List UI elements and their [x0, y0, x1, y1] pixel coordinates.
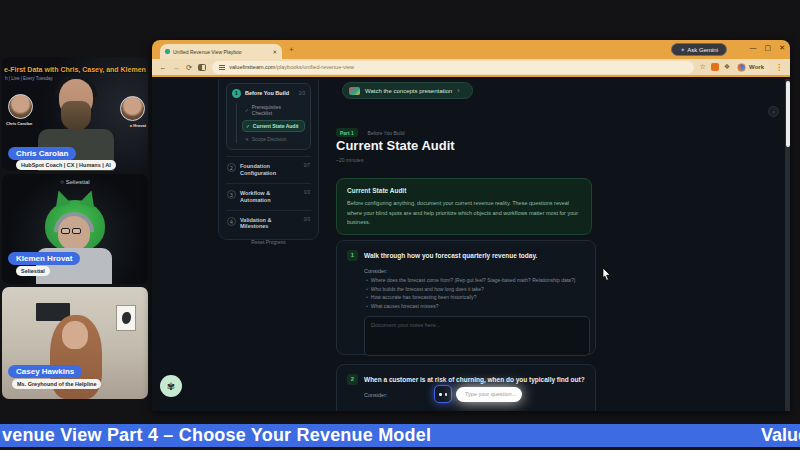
- mouse-cursor: [602, 268, 611, 281]
- ask-gemini-button[interactable]: ✦Ask Gemini: [671, 43, 727, 56]
- profile-chip[interactable]: Work: [735, 61, 770, 74]
- chat-launcher-button[interactable]: ✾: [160, 375, 182, 397]
- breadcrumb-label: Before You Build: [368, 130, 405, 136]
- section-progress: 2/3: [299, 91, 305, 96]
- stepper-section-2[interactable]: 2 Foundation Configuration 0/7: [226, 156, 311, 177]
- stepper-item-scope-decision[interactable]: ✕ Scope Decision: [242, 135, 305, 143]
- speaker-tag-pill: Ms. Greyhound of the Helpline: [12, 379, 101, 389]
- reload-button[interactable]: ⟳: [186, 63, 192, 72]
- wall-frame: [116, 305, 136, 331]
- reset-progress-button[interactable]: Reset Progress: [226, 239, 311, 245]
- show-schedule: h | Live | Every Tuesday: [5, 76, 53, 81]
- watermark-label: Seliestial: [66, 179, 90, 185]
- section-items: ✓ Prerequisites Checklist ✓ Current Stat…: [236, 103, 305, 143]
- back-button[interactable]: ←: [159, 63, 167, 72]
- bullet-dot: •: [366, 294, 368, 300]
- question-text: When a customer is at risk of churning, …: [364, 374, 585, 384]
- page-title: Current State Audit: [336, 138, 455, 153]
- glasses: [61, 228, 81, 234]
- video-tile-klemen: ○ Seliestial Klemen Hrovat Seliestial: [2, 174, 148, 284]
- extensions-icon[interactable]: ❖: [724, 63, 730, 71]
- ask-gemini-label: Ask Gemini: [687, 47, 718, 53]
- gemini-spark-icon: ✦: [680, 47, 685, 53]
- stepper-item-label: Scope Decision: [252, 136, 287, 142]
- video-tile-chris: e-First Data with Chris, Casey, and Klem…: [2, 57, 148, 171]
- avatar: [8, 94, 33, 119]
- floating-widget-button[interactable]: [768, 106, 779, 117]
- section-progress: 0/7: [304, 163, 310, 168]
- intro-card-body: Before configuring anything, document yo…: [347, 199, 581, 228]
- speaker-name-pill: Klemen Hrovat: [8, 252, 80, 265]
- question-card-1: 1 Walk through how you forecast quarterl…: [336, 240, 596, 355]
- forward-button[interactable]: →: [173, 63, 181, 72]
- section-progress: 0/3: [304, 190, 310, 195]
- bookmark-star-icon[interactable]: ☆: [700, 63, 706, 71]
- speaker-name-pill: Casey Hawkins: [8, 365, 82, 378]
- profile-label: Work: [749, 64, 764, 70]
- minimize-button[interactable]: —: [750, 44, 757, 52]
- scrollbar-thumb[interactable]: [786, 81, 790, 147]
- stepper-section-4[interactable]: 4 Validation & Milestones 0/3: [226, 210, 311, 231]
- address-bar[interactable]: valuefirstteam.com/playbooks/unified-rev…: [212, 61, 693, 74]
- crumb-separator: ·: [362, 130, 364, 136]
- close-button[interactable]: ✕: [779, 44, 785, 52]
- page-content: Watch the concepts presentation › 1 Befo…: [152, 79, 790, 411]
- bullet-dot: •: [366, 286, 368, 292]
- url-path: /playbooks/unified-revenue-view: [275, 64, 354, 70]
- step-number-badge: 4: [227, 217, 236, 226]
- step-number-badge: 2: [227, 163, 236, 172]
- x-icon: ✕: [245, 137, 249, 142]
- extension-shortcut-icon[interactable]: [711, 63, 719, 71]
- assistant-robot-icon[interactable]: [434, 385, 452, 403]
- question-text: Walk through how you forecast quarterly …: [364, 250, 537, 260]
- section-header[interactable]: 1 Before You Build 2/3: [232, 89, 305, 98]
- avatar: [120, 96, 145, 121]
- section-title: Validation & Milestones: [240, 217, 300, 231]
- stepper-section-1: 1 Before You Build 2/3 ✓ Prerequisites C…: [226, 83, 311, 150]
- bullet-item: •How accurate has forecasting been histo…: [366, 294, 585, 300]
- check-icon: ✓: [245, 108, 249, 113]
- bullet-text: Who builds the forecast and how long doe…: [371, 286, 484, 292]
- stepper-section-3[interactable]: 3 Workflow & Automation 0/3: [226, 183, 311, 204]
- browser-tab[interactable]: Unified Revenue View Playboo ✕: [160, 44, 282, 59]
- question-header: 1 Walk through how you forecast quarterl…: [347, 250, 585, 261]
- browser-tab-strip: Unified Revenue View Playboo ✕ + ✦Ask Ge…: [152, 40, 790, 59]
- stage: e-First Data with Chris, Casey, and Klem…: [0, 0, 800, 450]
- camera-watermark: ○ Seliestial: [2, 179, 148, 185]
- bullet-item: •Who builds the forecast and how long do…: [366, 286, 585, 292]
- question-number-badge: 2: [347, 374, 358, 385]
- page-scrollbar[interactable]: [785, 79, 790, 411]
- bullet-dot: •: [366, 277, 368, 283]
- duration-label: ~20 minutes: [336, 157, 363, 163]
- consider-label: Consider:: [364, 268, 585, 274]
- stepper-item-current-state-audit[interactable]: ✓ Current State Audit: [242, 120, 305, 132]
- video-tile-casey: Casey Hawkins Ms. Greyhound of the Helpl…: [2, 287, 148, 399]
- stepper-item-prerequisites[interactable]: ✓ Prerequisites Checklist: [242, 103, 305, 117]
- tab-close-icon[interactable]: ✕: [272, 49, 277, 55]
- toolbar-right: ☆ ❖ Work ⋮: [700, 61, 783, 74]
- side-panel-icon[interactable]: [198, 64, 206, 71]
- chevron-right-icon: ›: [457, 87, 459, 94]
- assistant-question-input[interactable]: Type your question...: [456, 387, 522, 402]
- bullet-text: What causes forecast misses?: [371, 303, 439, 309]
- browser-window: Unified Revenue View Playboo ✕ + ✦Ask Ge…: [152, 40, 790, 411]
- intro-card-title: Current State Audit: [347, 187, 581, 194]
- browser-menu-icon[interactable]: ⋮: [775, 63, 783, 72]
- watch-presentation-button[interactable]: Watch the concepts presentation ›: [342, 82, 473, 99]
- notes-textarea[interactable]: [364, 316, 590, 356]
- section-title: Before You Build: [245, 90, 295, 97]
- intro-card: Current State Audit Before configuring a…: [336, 178, 592, 235]
- banner-brand: Value: [761, 425, 800, 446]
- lower-third-banner: venue View Part 4 – Choose Your Revenue …: [0, 424, 800, 447]
- bullet-text: How accurate has forecasting been histor…: [371, 294, 477, 300]
- new-tab-button[interactable]: +: [289, 45, 294, 54]
- watch-presentation-label: Watch the concepts presentation: [365, 88, 452, 94]
- step-number-badge: 3: [227, 190, 236, 199]
- check-icon: ✓: [246, 124, 250, 129]
- url-domain: valuefirstteam.com: [229, 64, 275, 70]
- consider-bullets: •Where does the forecast come from? (Rep…: [366, 277, 585, 309]
- speaker-tag-pill: Seliestial: [16, 266, 50, 276]
- profile-avatar: [737, 63, 746, 72]
- tune-icon[interactable]: [219, 65, 225, 70]
- maximize-button[interactable]: ▢: [765, 44, 772, 52]
